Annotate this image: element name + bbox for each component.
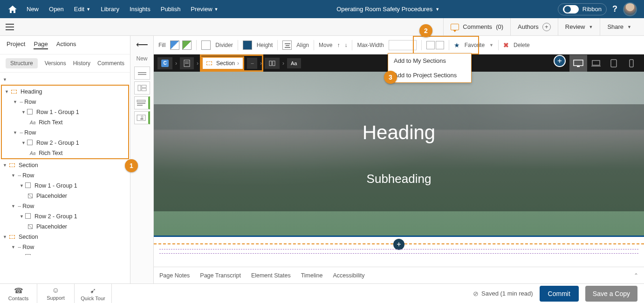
bc-page[interactable] bbox=[180, 57, 194, 69]
tree-item[interactable]: ▼-- Row bbox=[2, 97, 128, 107]
review-button[interactable]: Review ▼ bbox=[558, 18, 600, 36]
hero-heading[interactable]: Heading bbox=[363, 121, 435, 144]
tree-item[interactable]: ▼Section bbox=[0, 160, 130, 170]
menu-library[interactable]: Library bbox=[101, 6, 119, 13]
tree-item[interactable]: AaRich Text bbox=[2, 117, 128, 128]
caret-down-icon: ▼ bbox=[627, 25, 631, 29]
empty-section-placeholder[interactable] bbox=[159, 249, 638, 254]
fill-gradient2-icon[interactable] bbox=[182, 40, 192, 50]
delete-label[interactable]: Delete bbox=[514, 42, 530, 48]
bc-row[interactable]: -- bbox=[247, 58, 257, 69]
tree-item[interactable]: ▼-- Row bbox=[0, 201, 130, 211]
tree-item[interactable]: ▼-- Row bbox=[2, 128, 128, 138]
tree-item[interactable]: ▼Section bbox=[0, 232, 130, 242]
tab-element-states[interactable]: Element States bbox=[251, 272, 291, 279]
fav-option-project-sections[interactable]: Add to Project Sections bbox=[388, 68, 471, 82]
share-button[interactable]: Share ▼ bbox=[600, 18, 638, 36]
bc-group[interactable] bbox=[265, 58, 280, 69]
height-sq-icon[interactable] bbox=[243, 40, 252, 50]
viewport-phone[interactable] bbox=[623, 55, 640, 72]
hero-section[interactable]: Heading Subheading bbox=[154, 72, 644, 237]
properties-bar: Fill Divider Height Align Move ↑ ↓ Max-W… bbox=[154, 36, 644, 54]
favorite-label[interactable]: Favorite bbox=[465, 42, 485, 48]
help-icon[interactable]: ? bbox=[612, 4, 617, 14]
tab-actions[interactable]: Actions bbox=[56, 40, 76, 49]
subtab-history[interactable]: History bbox=[73, 60, 90, 67]
tool-item-3[interactable] bbox=[134, 96, 150, 109]
footer-contacts[interactable]: ☎ Contacts bbox=[0, 284, 37, 303]
tree-item[interactable]: ▼Row 1 - Group 1 bbox=[0, 181, 130, 191]
tree-item[interactable]: ▼Row 2 - Group 1 bbox=[2, 138, 128, 148]
tree-item[interactable]: ▼Heading bbox=[2, 87, 128, 97]
tree-item[interactable]: AaRich Text bbox=[2, 148, 128, 158]
move-up-icon[interactable]: ↑ bbox=[337, 42, 340, 48]
star-icon[interactable]: ★ bbox=[454, 41, 460, 49]
authors-button[interactable]: Authors + bbox=[510, 18, 558, 36]
tree-label: Row 2 - Group 1 bbox=[34, 213, 77, 220]
tool-item-1[interactable] bbox=[134, 67, 150, 80]
fill-controls[interactable] bbox=[170, 40, 192, 50]
add-section-button[interactable]: + bbox=[393, 239, 404, 250]
tab-accessibility[interactable]: Accessibility bbox=[333, 272, 364, 279]
align-sq-icon[interactable] bbox=[282, 40, 292, 50]
divider-sq-icon[interactable] bbox=[201, 40, 211, 50]
viewport-desktop[interactable] bbox=[569, 55, 587, 72]
fav-option-my-sections[interactable]: Add to My Sections bbox=[388, 54, 471, 68]
back-arrow-icon[interactable]: ⟵ bbox=[130, 40, 153, 50]
maxwidth-input[interactable] bbox=[389, 40, 417, 50]
tool-item-2[interactable] bbox=[134, 81, 150, 94]
bc-text[interactable]: Aa bbox=[287, 58, 301, 68]
hamburger-icon[interactable] bbox=[6, 24, 14, 30]
menu-edit[interactable]: Edit▼ bbox=[74, 6, 90, 13]
comments-label: Comments bbox=[463, 23, 492, 30]
move-down-icon[interactable]: ↓ bbox=[344, 42, 347, 48]
subtab-versions[interactable]: Versions bbox=[45, 60, 66, 67]
commit-button[interactable]: Commit bbox=[540, 286, 579, 302]
home-button[interactable] bbox=[7, 4, 18, 15]
save-a-copy-button[interactable]: Save a Copy bbox=[585, 286, 637, 302]
bc-section-selected[interactable]: Section › bbox=[201, 56, 244, 70]
bc-course[interactable]: C bbox=[158, 57, 172, 69]
copy-icon[interactable] bbox=[426, 41, 435, 49]
document-title[interactable]: Operating Room Safety Procedures ▼ bbox=[219, 6, 558, 13]
tool-item-4[interactable] bbox=[134, 111, 150, 124]
hero-subheading[interactable]: Subheading bbox=[367, 172, 432, 186]
tree-item[interactable]: ▼Row 1 - Group 1 bbox=[2, 107, 128, 117]
add-device-button[interactable]: + bbox=[554, 55, 566, 67]
tree-item[interactable]: ▼-- Row bbox=[0, 242, 130, 252]
tree-item[interactable]: Placeholder bbox=[0, 191, 130, 201]
tree-label: Row bbox=[22, 203, 34, 209]
user-avatar[interactable] bbox=[623, 2, 637, 16]
subtab-structure[interactable]: Structure bbox=[6, 58, 38, 68]
tab-timeline[interactable]: Timeline bbox=[301, 272, 323, 279]
canvas-content[interactable]: Heading Subheading + bbox=[154, 72, 644, 267]
tab-project[interactable]: Project bbox=[7, 40, 25, 49]
paste-icon[interactable] bbox=[436, 41, 444, 49]
tab-page-notes[interactable]: Page Notes bbox=[159, 272, 190, 279]
tab-page-transcript[interactable]: Page Transcript bbox=[200, 272, 241, 279]
viewport-tablet[interactable] bbox=[605, 55, 623, 72]
tree-item[interactable]: ▼Row 1 - Group 1 bbox=[0, 252, 130, 255]
footer-quicktour[interactable]: ➹ Quick Tour bbox=[75, 284, 112, 303]
fill-gradient-icon[interactable] bbox=[170, 40, 179, 50]
plus-circle-icon[interactable]: + bbox=[542, 23, 551, 31]
footer-support[interactable]: ☺ Support bbox=[37, 284, 75, 303]
delete-x-icon[interactable]: ✖ bbox=[503, 41, 509, 49]
menu-open[interactable]: Open bbox=[49, 6, 64, 13]
tree-item[interactable]: ▼-- Row bbox=[0, 170, 130, 181]
menu-insights[interactable]: Insights bbox=[130, 6, 151, 13]
menu-publish[interactable]: Publish bbox=[161, 6, 181, 13]
comments-button[interactable]: Comments (0) bbox=[443, 18, 510, 36]
tree-item[interactable]: Placeholder bbox=[0, 222, 130, 232]
tab-page[interactable]: Page bbox=[34, 40, 48, 49]
menu-new[interactable]: New bbox=[27, 6, 39, 13]
menu-preview[interactable]: Preview▼ bbox=[191, 6, 218, 13]
ribbon-toggle[interactable]: Ribbon bbox=[558, 3, 607, 15]
subtab-comments[interactable]: Comments bbox=[97, 60, 124, 67]
tree-toggle[interactable]: ▼ bbox=[0, 75, 130, 84]
chevron-up-icon[interactable]: ⌃ bbox=[634, 272, 638, 279]
viewport-laptop[interactable] bbox=[587, 55, 605, 72]
tree-item[interactable]: ▼Row 2 - Group 1 bbox=[0, 211, 130, 222]
caret-down-icon[interactable]: ▼ bbox=[489, 43, 493, 47]
footer-left: ☎ Contacts ☺ Support ➹ Quick Tour bbox=[0, 284, 112, 303]
